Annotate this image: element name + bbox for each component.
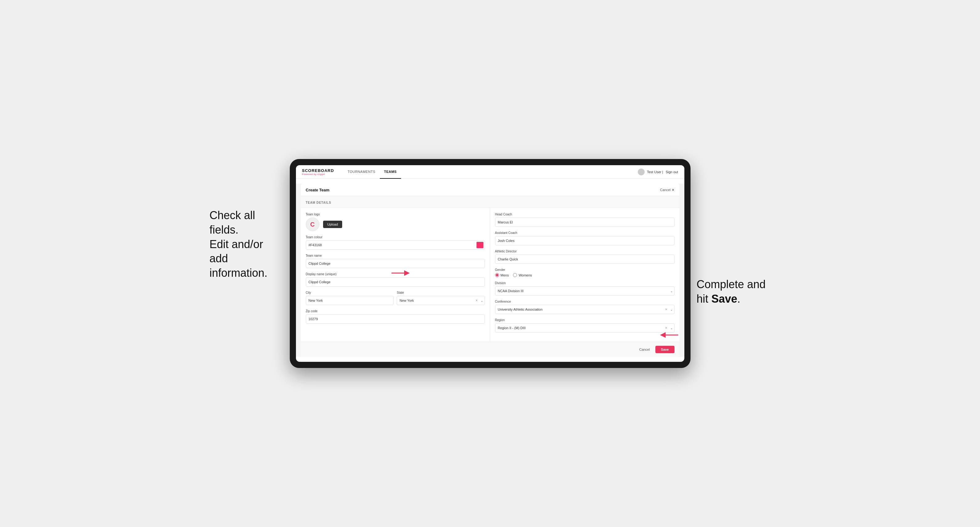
state-group: State New York × ⌄: [397, 291, 485, 305]
division-label: Division: [495, 281, 675, 285]
gender-row: Mens Womens: [495, 273, 675, 277]
region-group: Region Region II - (M) DIII × ⌄: [495, 318, 675, 333]
cancel-button[interactable]: Cancel: [636, 346, 653, 353]
annotation-right: Complete andhit Save.: [697, 277, 777, 306]
display-name-label: Display name (unique): [306, 273, 485, 276]
nav-teams[interactable]: TEAMS: [380, 165, 401, 179]
head-coach-label: Head Coach: [495, 213, 675, 216]
conference-label: Conference: [495, 300, 675, 303]
close-icon[interactable]: ×: [672, 187, 674, 192]
display-name-group: Display name (unique): [306, 273, 485, 287]
tablet-frame: SCOREBOARD Powered by clippd TOURNAMENTS…: [290, 159, 690, 368]
nav-links: TOURNAMENTS TEAMS: [343, 165, 638, 179]
team-colour-group: Team colour: [306, 235, 485, 250]
region-select-wrapper: Region II - (M) DIII × ⌄: [495, 323, 675, 333]
save-button[interactable]: Save: [655, 346, 675, 353]
division-group: Division NCAA Division III ⌄: [495, 281, 675, 295]
brand-title: SCOREBOARD: [302, 168, 334, 173]
sign-out-link[interactable]: Sign out: [665, 170, 678, 174]
conference-select[interactable]: University Athletic Association: [495, 305, 675, 314]
team-name-group: Team name: [306, 254, 485, 268]
color-input-wrapper: [306, 240, 485, 250]
zip-label: Zip code: [306, 310, 485, 313]
gender-mens-text: Mens: [501, 273, 509, 277]
gender-womens-text: Womens: [519, 273, 532, 277]
region-clear-button[interactable]: ×: [664, 326, 668, 330]
gender-mens-radio[interactable]: [495, 273, 499, 277]
team-name-input[interactable]: [306, 259, 485, 268]
assistant-coach-group: Assistant Coach: [495, 231, 675, 245]
section-title: TEAM DETAILS: [306, 201, 331, 204]
assistant-coach-input[interactable]: [495, 236, 675, 245]
region-select[interactable]: Region II - (M) DIII: [495, 323, 675, 333]
conference-select-wrapper: University Athletic Association × ⌄: [495, 305, 675, 314]
city-input[interactable]: [306, 296, 394, 305]
state-label: State: [397, 291, 485, 294]
assistant-coach-label: Assistant Coach: [495, 231, 675, 235]
athletic-director-group: Athletic Director: [495, 250, 675, 264]
logo-container: C Upload: [306, 217, 485, 231]
team-logo-label: Team logo: [306, 213, 485, 216]
city-state-group: City State New York: [306, 291, 485, 305]
city-group: City: [306, 291, 394, 305]
color-swatch[interactable]: [476, 241, 484, 248]
form-body: Team logo C Upload Team colour: [301, 208, 679, 342]
city-label: City: [306, 291, 394, 294]
state-clear-button[interactable]: ×: [474, 298, 479, 303]
gender-label: Gender: [495, 268, 675, 271]
navbar-right: Test User | Sign out: [638, 168, 678, 175]
gender-womens-label[interactable]: Womens: [513, 273, 532, 277]
team-name-label: Team name: [306, 254, 485, 257]
tablet-screen: SCOREBOARD Powered by clippd TOURNAMENTS…: [296, 165, 684, 362]
state-select[interactable]: New York: [397, 296, 485, 305]
team-logo-group: Team logo C Upload: [306, 213, 485, 231]
region-label: Region: [495, 318, 675, 322]
panel-footer: Cancel Save: [301, 342, 679, 357]
brand: SCOREBOARD Powered by clippd: [302, 168, 334, 176]
state-select-wrapper: New York × ⌄: [397, 296, 485, 305]
division-select-wrapper: NCAA Division III ⌄: [495, 286, 675, 295]
cancel-label: Cancel: [660, 188, 670, 192]
user-avatar: [638, 168, 644, 175]
gender-group: Gender Mens Womens: [495, 268, 675, 277]
team-colour-label: Team colour: [306, 235, 485, 239]
create-team-panel: Create Team Cancel × TEAM DETAILS: [301, 184, 679, 357]
zip-group: Zip code: [306, 310, 485, 324]
division-select[interactable]: NCAA Division III: [495, 286, 675, 295]
section-header: TEAM DETAILS: [301, 196, 679, 208]
conference-group: Conference University Athletic Associati…: [495, 300, 675, 314]
upload-button[interactable]: Upload: [323, 221, 342, 228]
city-state-row: City State New York: [306, 291, 485, 305]
panel-close-button[interactable]: Cancel ×: [660, 187, 674, 192]
panel-title: Create Team: [306, 188, 329, 192]
form-left: Team logo C Upload Team colour: [301, 208, 490, 342]
panel-header: Create Team Cancel ×: [301, 184, 679, 196]
head-coach-group: Head Coach: [495, 213, 675, 227]
athletic-director-input[interactable]: [495, 254, 675, 264]
display-name-input[interactable]: [306, 277, 485, 287]
brand-subtitle: Powered by clippd: [302, 173, 334, 176]
navbar: SCOREBOARD Powered by clippd TOURNAMENTS…: [296, 165, 684, 179]
team-colour-input[interactable]: [306, 240, 485, 250]
annotation-left: Check all fields.Edit and/or addinformat…: [210, 208, 283, 281]
logo-circle: C: [306, 217, 319, 231]
main-content: Create Team Cancel × TEAM DETAILS: [296, 184, 684, 357]
athletic-director-label: Athletic Director: [495, 250, 675, 253]
user-name: Test User |: [647, 170, 663, 174]
gender-mens-label[interactable]: Mens: [495, 273, 509, 277]
gender-womens-radio[interactable]: [513, 273, 517, 277]
conference-clear-button[interactable]: ×: [664, 307, 668, 311]
nav-tournaments[interactable]: TOURNAMENTS: [343, 165, 380, 179]
zip-input[interactable]: [306, 314, 485, 324]
form-right: Head Coach Assistant Coach Athletic Dire…: [490, 208, 679, 342]
head-coach-input[interactable]: [495, 217, 675, 227]
